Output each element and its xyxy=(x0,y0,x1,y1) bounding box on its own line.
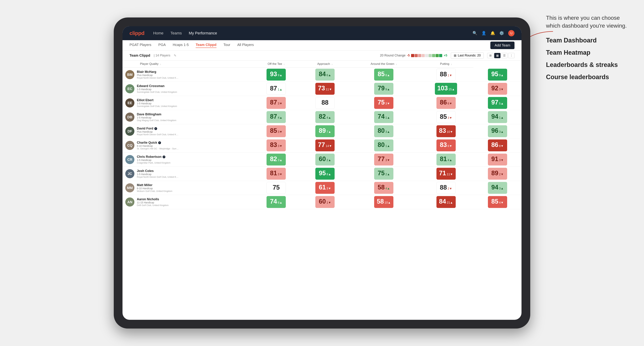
annotation-intro: This is where you can choose which dashb… xyxy=(546,14,634,30)
score-number: 85 xyxy=(270,127,277,134)
nav-link-home[interactable]: Home xyxy=(153,31,164,35)
sub-nav-link-pgat-players[interactable]: PGAT Players xyxy=(130,43,152,48)
score-number: 71 xyxy=(439,170,446,177)
team-count: | 14 Players xyxy=(154,54,170,57)
last-rounds-button[interactable]: ⊞ Last Rounds: 20 xyxy=(451,52,484,59)
around-green-header[interactable]: Around the Green ↓ xyxy=(349,60,418,68)
approach-header[interactable]: Approach ↓ xyxy=(301,60,349,68)
bell-icon[interactable]: 🔔 xyxy=(490,31,495,35)
nav-link-teams[interactable]: Teams xyxy=(170,31,182,35)
player-quality-score-2: 873▼ xyxy=(252,96,301,110)
score-delta: 1▲ xyxy=(499,116,504,120)
score-number: 89 xyxy=(319,127,326,134)
annotation-panel: This is where you can choose which dashb… xyxy=(546,14,634,86)
player-cell-3[interactable]: DBDave Billingham1-5 HandicapGog Magog G… xyxy=(122,110,252,124)
player-cell-7[interactable]: JCJosh Coles1-5 HandicapRoyal North Devo… xyxy=(122,167,252,181)
putting-header[interactable]: Putting ↓ xyxy=(418,60,474,68)
player-cell-5[interactable]: CQCharlie Quick✓6-10 HandicapSt. George'… xyxy=(122,138,252,153)
dashboard-option[interactable]: Team Dashboard xyxy=(546,37,634,44)
score-number: 77 xyxy=(378,155,385,163)
player-cell-6[interactable]: CRChris Robertson✓1-5 HandicapCraigmilla… xyxy=(122,153,252,167)
score-box: 584▲ xyxy=(374,182,394,194)
score-box: 959▲ xyxy=(488,69,507,81)
putting-score-3: 941▲ xyxy=(473,110,522,124)
player-info: Edward Crossman1-5 HandicapSunningdale G… xyxy=(137,84,177,93)
more-toggle[interactable]: ⋮ xyxy=(508,53,514,58)
score-number: 88 xyxy=(322,99,328,106)
avatar-icon[interactable]: U xyxy=(508,30,514,36)
off-tee-header[interactable]: Off the Tee ↓ xyxy=(252,60,301,68)
player-club: St. George's Hill GC - Weybridge - Surre… xyxy=(137,147,179,150)
dashboard-option[interactable]: Leaderboards & streaks xyxy=(546,61,634,68)
player-info: Blair McHargPlus HandicapRoyal North Dev… xyxy=(137,70,179,79)
view-toggles: ⊞ ▦ ☰ ⋮ xyxy=(487,53,514,58)
player-name: Dave Billingham xyxy=(137,113,176,116)
dashboard-options: Team DashboardTeam HeatmapLeaderboards &… xyxy=(546,37,634,81)
score-delta: 2▲ xyxy=(385,173,390,176)
score-number: 75 xyxy=(273,184,280,191)
nav-link-my-performance[interactable]: My Performance xyxy=(189,31,217,35)
player-name: Blair McHarg xyxy=(137,70,179,74)
add-team-button[interactable]: Add Team xyxy=(490,42,514,49)
heatmap-gradient-bar xyxy=(411,54,442,57)
player-cell-9[interactable]: ANAaron Nicholls11-15 HandicapDrift Golf… xyxy=(122,195,252,209)
around-green-score-5: 836▼ xyxy=(418,138,474,153)
score-delta: 9▲ xyxy=(385,88,390,91)
score-box: 833▼ xyxy=(266,140,286,151)
players-table-container: Player Quality ↓ Off the Tee ↓ Approach … xyxy=(122,60,522,320)
search-icon[interactable]: 🔍 xyxy=(472,31,477,35)
heatmap-view-toggle[interactable]: ▦ xyxy=(494,53,500,58)
tablet-device: clippd HomeTeamsMy Performance 🔍 👤 🔔 ⚙️ … xyxy=(114,17,530,329)
edit-icon[interactable]: ✎ xyxy=(174,54,176,57)
avatar: BM xyxy=(125,70,134,79)
user-icon[interactable]: 👤 xyxy=(482,31,486,35)
score-number: 83 xyxy=(270,141,277,149)
score-box: 882▼ xyxy=(436,182,456,194)
table-row: DFDavid Ford✓Plus HandicapRoyal North De… xyxy=(122,124,522,138)
player-handicap: 11-15 Handicap xyxy=(137,201,168,204)
player-name: David Ford✓ xyxy=(137,127,179,130)
score-box: 8310▼ xyxy=(436,125,456,137)
score-delta: 21▲ xyxy=(447,201,453,204)
sub-nav-link-hcaps-1-5[interactable]: Hcaps 1-5 xyxy=(173,43,189,48)
score-delta: 4▼ xyxy=(499,201,504,204)
player-cell-8[interactable]: MMMatt Miller6-10 HandicapWoburn Golf Cl… xyxy=(122,181,252,195)
score-delta: 14▼ xyxy=(326,144,332,148)
sub-nav-link-tour[interactable]: Tour xyxy=(224,43,230,48)
score-number: 93 xyxy=(270,70,277,78)
dashboard-option[interactable]: Course leaderboards xyxy=(546,73,634,81)
score-delta: 3▼ xyxy=(385,102,390,105)
dashboard-option[interactable]: Team Heatmap xyxy=(546,49,634,56)
sub-nav-links: PGAT PlayersPGAHcaps 1-5Team ClippdTourA… xyxy=(130,43,490,48)
player-cell-4[interactable]: DFDavid Ford✓Plus HandicapRoyal North De… xyxy=(122,124,252,138)
sub-nav-link-all-players[interactable]: All Players xyxy=(237,43,254,48)
player-info: Chris Robertson✓1-5 HandicapCraigmillar … xyxy=(137,155,170,164)
score-box: 943▲ xyxy=(488,182,507,194)
player-name: Matt Miller xyxy=(137,183,172,187)
score-number: 92 xyxy=(491,85,498,92)
around-green-score-4: 8310▼ xyxy=(418,124,474,138)
player-handicap: 1-5 Handicap xyxy=(137,102,177,105)
player-club: Sunningdale Golf Club, United Kingdom xyxy=(137,91,177,93)
list-view-toggle[interactable]: ☰ xyxy=(501,53,508,58)
score-box: 858▲ xyxy=(374,69,394,81)
around-green-score-6: 814▲ xyxy=(418,153,474,167)
table-row: EEElliot Ebert1-5 HandicapSunningdale Go… xyxy=(122,96,522,110)
score-number: 80 xyxy=(378,127,385,134)
sub-nav-link-pga[interactable]: PGA xyxy=(158,43,166,48)
score-number: 95 xyxy=(491,70,498,78)
grid-view-toggle[interactable]: ⊞ xyxy=(487,53,494,58)
player-cell-0[interactable]: BMBlair McHargPlus HandicapRoyal North D… xyxy=(122,68,252,82)
player-quality-header[interactable]: Player Quality ↓ xyxy=(122,60,252,68)
player-quality-score-0: 939▲ xyxy=(252,68,301,82)
player-cell-1[interactable]: ECEdward Crossman1-5 HandicapSunningdale… xyxy=(122,82,252,96)
score-delta: 3▼ xyxy=(499,88,504,91)
avatar: CR xyxy=(125,155,134,164)
settings-icon[interactable]: ⚙️ xyxy=(499,31,504,35)
score-number: 85 xyxy=(491,198,498,205)
score-number: 96 xyxy=(491,127,498,134)
score-delta: 3▲ xyxy=(385,130,390,134)
player-cell-2[interactable]: EEElliot Ebert1-5 HandicapSunningdale Go… xyxy=(122,96,252,110)
sub-nav-link-team-clippd[interactable]: Team Clippd xyxy=(196,43,216,48)
player-club: Drift Golf Club, United Kingdom xyxy=(137,204,168,206)
